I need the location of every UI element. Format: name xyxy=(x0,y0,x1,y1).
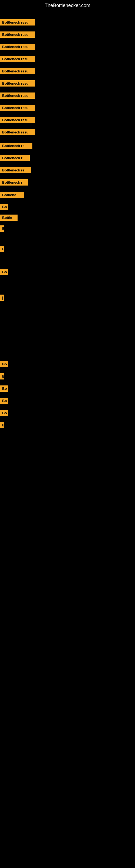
bottleneck-bar-4: Bottleneck resu xyxy=(0,68,35,74)
bottleneck-bar-14: Bottlene xyxy=(0,192,24,198)
bottleneck-bar-6: Bottleneck resu xyxy=(0,93,35,99)
bottleneck-bar-7: Bottleneck resu xyxy=(0,105,35,111)
bottleneck-bar-23: Bo xyxy=(0,385,8,392)
bottleneck-bar-1: Bottleneck resu xyxy=(0,31,35,38)
bottleneck-bar-0: Bottleneck resu xyxy=(0,19,35,26)
bottleneck-bar-12: Bottleneck re xyxy=(0,167,31,173)
bottleneck-bar-15: Bo xyxy=(0,204,8,210)
site-title: TheBottlenecker.com xyxy=(0,0,135,10)
bottleneck-bar-2: Bottleneck resu xyxy=(0,44,35,50)
bottleneck-bar-18: B xyxy=(0,246,4,252)
bottleneck-bar-22: B xyxy=(0,373,4,379)
bottleneck-bar-26: B xyxy=(0,422,4,428)
bottleneck-bar-5: Bottleneck resu xyxy=(0,80,35,87)
bottleneck-bar-3: Bottleneck resu xyxy=(0,56,35,62)
bottleneck-bar-10: Bottleneck re xyxy=(0,143,32,149)
bottleneck-bar-24: Bo xyxy=(0,398,8,404)
bottleneck-bar-19: Bo xyxy=(0,269,8,275)
bottleneck-bar-8: Bottleneck resu xyxy=(0,117,35,123)
bottleneck-bar-16: Bottle xyxy=(0,215,17,221)
bottleneck-bar-25: Bo xyxy=(0,410,8,416)
bottleneck-bar-17: B xyxy=(0,225,4,231)
bottleneck-bar-11: Bottleneck r xyxy=(0,155,30,161)
bottleneck-bar-21: Bo xyxy=(0,361,8,367)
bottleneck-bar-20: | xyxy=(0,294,4,301)
bottleneck-bar-13: Bottleneck r xyxy=(0,179,28,186)
bottleneck-bar-9: Bottleneck resu xyxy=(0,129,35,135)
